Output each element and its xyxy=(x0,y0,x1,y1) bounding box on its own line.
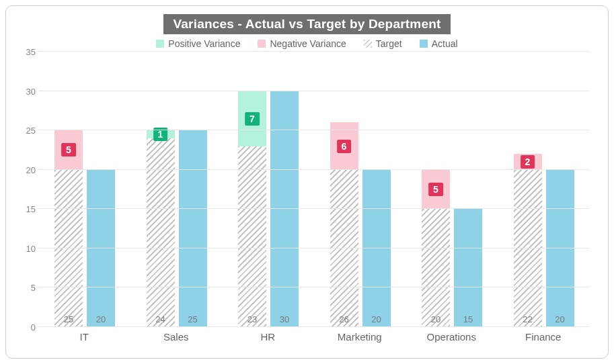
actual-value-label: 20 xyxy=(87,314,115,324)
y-tick-label: 30 xyxy=(18,86,36,96)
actual-bar xyxy=(546,170,574,327)
legend-item-target: Target xyxy=(364,38,402,49)
actual-value-label: 30 xyxy=(270,314,299,324)
y-tick-label: 35 xyxy=(18,47,36,57)
grid-line xyxy=(38,208,589,209)
category-group: 52520IT12425Sales72330HR62620Marketing52… xyxy=(38,52,589,327)
negative-variance-box: 2 xyxy=(514,154,542,169)
category-it: 52520IT xyxy=(38,52,130,327)
chart-title: Variances - Actual vs Target by Departme… xyxy=(163,14,450,34)
negative-variance-box: 5 xyxy=(54,130,83,170)
target-value-label: 22 xyxy=(514,314,542,324)
swatch-negative-icon xyxy=(258,40,266,48)
actual-value-label: 15 xyxy=(454,314,482,324)
swatch-actual-icon xyxy=(420,40,428,48)
grid-line xyxy=(38,169,589,170)
grid-line xyxy=(38,91,589,91)
y-tick-label: 25 xyxy=(18,126,36,136)
grid-line xyxy=(38,248,589,248)
swatch-target-icon xyxy=(364,40,372,48)
legend: Positive Variance Negative Variance Targ… xyxy=(18,38,596,49)
actual-bar xyxy=(87,170,115,327)
variance-badge: 2 xyxy=(521,155,535,169)
category-label: IT xyxy=(38,327,130,343)
category-sales: 12425Sales xyxy=(130,52,223,327)
plot-area: 52520IT12425Sales72330HR62620Marketing52… xyxy=(38,52,589,327)
positive-variance-box: 1 xyxy=(147,130,175,138)
legend-label: Target xyxy=(376,38,402,49)
chart-container: Variances - Actual vs Target by Departme… xyxy=(5,5,609,359)
category-operations: 52015Operations xyxy=(406,52,498,327)
target-bar xyxy=(238,146,266,327)
y-tick-label: 15 xyxy=(18,204,36,214)
positive-variance-box: 7 xyxy=(238,91,266,146)
y-tick-label: 20 xyxy=(18,165,36,175)
legend-item-actual: Actual xyxy=(420,38,458,49)
actual-value-label: 20 xyxy=(362,314,391,324)
variance-badge: 6 xyxy=(337,140,352,153)
actual-bar xyxy=(362,170,391,327)
category-label: Finance xyxy=(498,327,590,343)
target-bar xyxy=(147,138,175,327)
category-finance: 22220Finance xyxy=(498,52,590,327)
variance-badge: 7 xyxy=(245,112,260,126)
legend-item-negative: Negative Variance xyxy=(258,38,346,49)
legend-label: Negative Variance xyxy=(270,38,346,49)
legend-item-positive: Positive Variance xyxy=(156,38,240,49)
legend-label: Actual xyxy=(432,38,458,49)
target-value-label: 25 xyxy=(54,314,83,324)
y-tick-label: 10 xyxy=(18,243,36,253)
y-tick-label: 0 xyxy=(18,322,36,332)
legend-label: Positive Variance xyxy=(168,38,240,49)
target-bar xyxy=(514,154,542,327)
target-value-label: 20 xyxy=(422,314,450,324)
grid-line xyxy=(38,130,589,130)
variance-badge: 5 xyxy=(428,183,443,196)
swatch-positive-icon xyxy=(156,40,164,48)
target-value-label: 26 xyxy=(330,314,358,324)
category-label: HR xyxy=(222,327,314,343)
category-label: Sales xyxy=(130,327,223,343)
actual-value-label: 25 xyxy=(179,314,207,324)
y-tick-label: 5 xyxy=(18,283,36,293)
grid-line xyxy=(38,287,589,287)
title-wrap: Variances - Actual vs Target by Departme… xyxy=(18,14,596,34)
grid-line xyxy=(38,326,589,327)
actual-bar xyxy=(179,130,207,327)
actual-value-label: 20 xyxy=(546,314,574,324)
category-label: Marketing xyxy=(314,327,406,343)
category-hr: 72330HR xyxy=(222,52,314,327)
variance-badge: 5 xyxy=(61,143,76,156)
negative-variance-box: 5 xyxy=(422,170,450,210)
target-value-label: 24 xyxy=(147,314,175,324)
target-value-label: 23 xyxy=(238,314,266,324)
actual-bar xyxy=(454,209,482,327)
grid-line xyxy=(38,51,589,52)
category-label: Operations xyxy=(406,327,498,343)
category-marketing: 62620Marketing xyxy=(314,52,406,327)
